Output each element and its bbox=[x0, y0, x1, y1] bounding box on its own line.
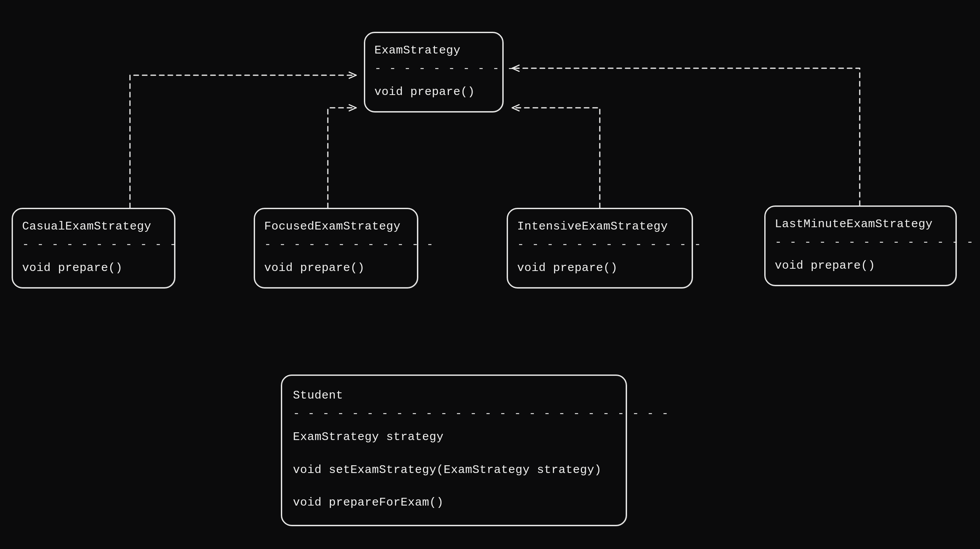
class-method: void prepareForExam() bbox=[293, 494, 615, 512]
connector-intensive-to-interface bbox=[512, 108, 600, 208]
class-name: IntensiveExamStrategy bbox=[517, 218, 682, 236]
divider: - - - - - - - - - - - - - - - - - - - - … bbox=[293, 405, 615, 423]
class-method: void prepare() bbox=[374, 83, 493, 101]
class-casual-exam-strategy: CasualExamStrategy - - - - - - - - - - -… bbox=[12, 208, 175, 288]
divider: - - - - - - - - - - - - - - bbox=[775, 233, 946, 252]
divider: - - - - - - - - - - bbox=[374, 60, 493, 78]
class-method: void setExamStrategy(ExamStrategy strate… bbox=[293, 461, 615, 479]
class-method: void prepare() bbox=[517, 259, 682, 277]
class-name: CasualExamStrategy bbox=[22, 218, 165, 236]
class-exam-strategy: ExamStrategy - - - - - - - - - - void pr… bbox=[364, 32, 504, 112]
connector-casual-to-interface bbox=[130, 75, 356, 208]
class-student: Student - - - - - - - - - - - - - - - - … bbox=[281, 375, 627, 526]
class-last-minute-exam-strategy: LastMinuteExamStrategy - - - - - - - - -… bbox=[764, 205, 957, 286]
class-field: ExamStrategy strategy bbox=[293, 428, 615, 446]
class-method: void prepare() bbox=[264, 259, 408, 277]
class-focused-exam-strategy: FocusedExamStrategy - - - - - - - - - - … bbox=[254, 208, 418, 288]
connector-focused-to-interface bbox=[328, 108, 356, 208]
class-method: void prepare() bbox=[775, 257, 946, 275]
divider: - - - - - - - - - - - bbox=[22, 236, 165, 254]
class-name: FocusedExamStrategy bbox=[264, 218, 408, 236]
connector-lastminute-to-interface bbox=[512, 68, 860, 205]
divider: - - - - - - - - - - - - bbox=[264, 236, 408, 254]
divider: - - - - - - - - - - - - - bbox=[517, 236, 682, 254]
class-name: Student bbox=[293, 387, 615, 405]
class-method: void prepare() bbox=[22, 259, 165, 277]
class-name: ExamStrategy bbox=[374, 41, 493, 60]
class-name: LastMinuteExamStrategy bbox=[775, 215, 946, 233]
class-intensive-exam-strategy: IntensiveExamStrategy - - - - - - - - - … bbox=[507, 208, 693, 288]
